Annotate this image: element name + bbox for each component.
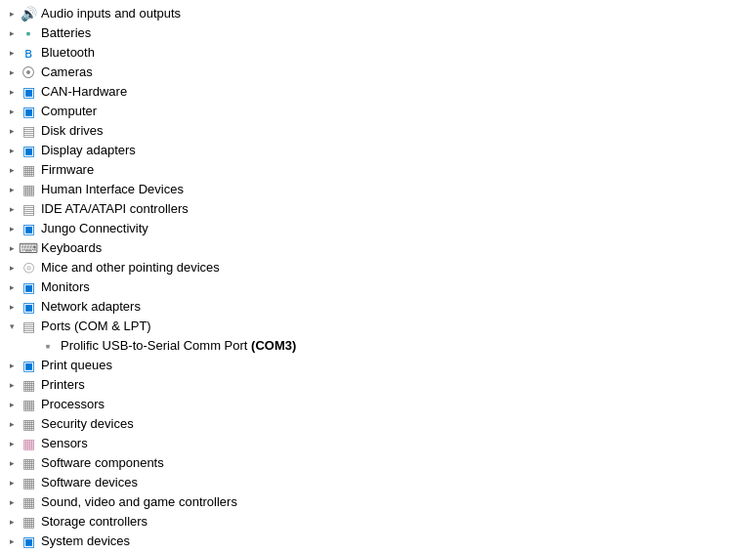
can-icon: ▣ [20,84,37,100]
chevron-icon[interactable] [4,201,20,217]
network-icon: ▣ [20,299,37,315]
chevron-icon[interactable] [4,475,20,490]
tree-item-processors[interactable]: ▦Processors [0,395,756,414]
processors-icon: ▦ [20,397,37,412]
can-label: CAN-Hardware [41,82,127,102]
computer-icon: ▣ [20,104,37,119]
tree-item-storage[interactable]: ▦Storage controllers [0,512,756,532]
security-icon: ▦ [20,416,37,432]
mice-icon: ⦾ [20,260,37,276]
printers-label: Printers [41,375,85,395]
chevron-icon[interactable] [4,377,20,393]
tree-item-cameras[interactable]: ⦿Cameras [0,63,756,82]
chevron-icon[interactable] [4,358,20,373]
chevron-icon[interactable] [4,240,20,256]
batteries-icon: ▪ [20,25,37,41]
chevron-icon[interactable] [4,84,20,100]
tree-item-ports[interactable]: ▤Ports (COM & LPT) [0,317,756,336]
security-label: Security devices [41,414,134,434]
monitors-label: Monitors [41,277,90,297]
tree-item-computer[interactable]: ▣Computer [0,102,756,121]
chevron-icon[interactable] [4,455,20,471]
tree-item-security[interactable]: ▦Security devices [0,414,756,434]
chevron-icon[interactable] [4,299,20,315]
softwarecomp-label: Software components [41,453,164,473]
chevron-icon[interactable] [4,260,20,276]
softwarecomp-icon: ▦ [20,455,37,471]
chevron-icon[interactable] [4,123,20,139]
tree-item-jungo[interactable]: ▣Jungo Connectivity [0,219,756,238]
tree-item-audio[interactable]: 🔊Audio inputs and outputs [0,4,756,23]
cameras-label: Cameras [41,63,93,82]
chevron-icon[interactable] [4,64,20,80]
tree-item-printers[interactable]: ▦Printers [0,375,756,395]
disk-label: Disk drives [41,121,104,141]
ports-label: Ports (COM & LPT) [41,317,151,336]
chevron-icon[interactable] [4,45,20,61]
processors-label: Processors [41,395,105,414]
tree-item-sensors[interactable]: ▦Sensors [0,434,756,453]
chevron-icon[interactable] [23,338,39,354]
chevron-icon[interactable] [4,514,20,530]
tree-item-firmware[interactable]: ▦Firmware [0,160,756,180]
jungo-icon: ▣ [20,221,37,236]
monitors-icon: ▣ [20,279,37,295]
ide-label: IDE ATA/ATAPI controllers [41,199,189,219]
batteries-label: Batteries [41,23,91,43]
network-label: Network adapters [41,297,141,317]
mice-label: Mice and other pointing devices [41,258,220,277]
audio-label: Audio inputs and outputs [41,4,181,23]
tree-item-softwaredev[interactable]: ▦Software devices [0,473,756,492]
tree-item-bluetooth[interactable]: ʙBluetooth [0,43,756,63]
tree-item-hid[interactable]: ▦Human Interface Devices [0,180,756,199]
chevron-icon[interactable] [4,279,20,295]
audio-icon: 🔊 [20,6,37,21]
chevron-icon[interactable] [4,162,20,178]
hid-label: Human Interface Devices [41,180,184,199]
tree-item-prolific[interactable]: ▪Prolific USB-to-Serial Comm Port (COM3) [0,336,756,356]
jungo-label: Jungo Connectivity [41,219,148,238]
tree-item-keyboards[interactable]: ⌨Keyboards [0,238,756,258]
sound-label: Sound, video and game controllers [41,492,237,512]
keyboards-label: Keyboards [41,238,102,258]
tree-item-can[interactable]: ▣CAN-Hardware [0,82,756,102]
tree-item-display[interactable]: ▣Display adapters [0,141,756,160]
sensors-icon: ▦ [20,436,37,451]
tree-item-ide[interactable]: ▤IDE ATA/ATAPI controllers [0,199,756,219]
tree-item-printqueues[interactable]: ▣Print queues [0,356,756,375]
chevron-icon[interactable] [4,104,20,119]
chevron-icon[interactable] [4,143,20,158]
storage-icon: ▦ [20,514,37,530]
display-icon: ▣ [20,143,37,158]
tree-item-mice[interactable]: ⦾Mice and other pointing devices [0,258,756,277]
prolific-label: Prolific USB-to-Serial Comm Port (COM3) [61,336,296,356]
tree-item-network[interactable]: ▣Network adapters [0,297,756,317]
chevron-icon[interactable] [4,436,20,451]
chevron-icon[interactable] [4,416,20,432]
chevron-icon[interactable] [4,6,20,21]
prolific-icon: ▪ [39,338,57,354]
tree-item-batteries[interactable]: ▪Batteries [0,23,756,43]
display-label: Display adapters [41,141,136,160]
system-label: System devices [41,532,130,551]
hid-icon: ▦ [20,182,37,197]
chevron-icon[interactable] [4,397,20,412]
tree-item-sound[interactable]: ▦Sound, video and game controllers [0,492,756,512]
ports-icon: ▤ [20,319,37,334]
keyboards-icon: ⌨ [20,240,37,256]
sensors-label: Sensors [41,434,88,453]
chevron-icon[interactable] [4,319,20,334]
softwaredev-label: Software devices [41,473,138,492]
chevron-icon[interactable] [4,494,20,510]
chevron-icon[interactable] [4,533,20,549]
bluetooth-label: Bluetooth [41,43,95,63]
chevron-icon[interactable] [4,182,20,197]
tree-item-disk[interactable]: ▤Disk drives [0,121,756,141]
chevron-icon[interactable] [4,221,20,236]
firmware-label: Firmware [41,160,94,180]
tree-item-monitors[interactable]: ▣Monitors [0,277,756,297]
firmware-icon: ▦ [20,162,37,178]
tree-item-system[interactable]: ▣System devices [0,532,756,551]
tree-item-softwarecomp[interactable]: ▦Software components [0,453,756,473]
chevron-icon[interactable] [4,25,20,41]
